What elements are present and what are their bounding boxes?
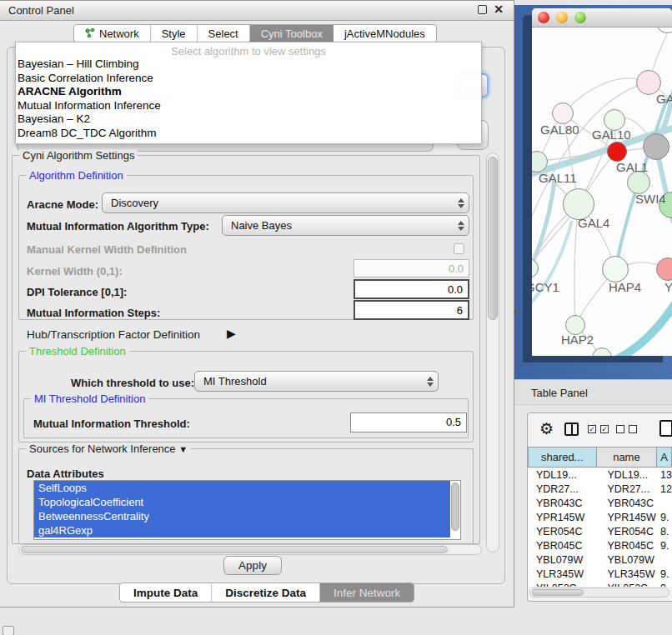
- tab-jactivemnodules[interactable]: jActiveMNodules: [333, 25, 436, 42]
- network-view-window: GAL GAL80 GAL10 GAL1 GAL11 GAL4 SWI4 GCY…: [532, 8, 672, 356]
- table-row[interactable]: YLR345WYLR345W9.: [528, 568, 672, 582]
- checkbox-unchecked-icon[interactable]: [629, 425, 637, 433]
- table-horizontal-scrollbar[interactable]: [529, 588, 669, 598]
- table-panel-window: ⚙ ✓ ✓ shared... name A YDL19...YDL19...1…: [527, 412, 672, 602]
- table-row[interactable]: YER054CYER054C8.: [528, 525, 672, 539]
- combo-stepper-icon: [454, 193, 469, 212]
- settings-horizontal-scrollbar-thumb[interactable]: [21, 546, 448, 553]
- tab-jactivemnodules-label: jActiveMNodules: [344, 28, 425, 40]
- mi-algorithm-type-value: Naive Bayes: [223, 219, 454, 232]
- checkbox-unchecked-icon[interactable]: [616, 425, 624, 433]
- dock-panel-icon[interactable]: [3, 626, 14, 635]
- node-gal1-red[interactable]: [607, 142, 627, 162]
- which-threshold-combo[interactable]: MI Threshold: [194, 371, 439, 392]
- table-rows[interactable]: YDL19...YDL19...13 YDR27...YDR27...12 YB…: [528, 468, 672, 587]
- tab-discretize-data[interactable]: Discretize Data: [212, 583, 320, 602]
- apply-button[interactable]: Apply: [223, 556, 282, 575]
- node-gal80[interactable]: [552, 102, 574, 124]
- tab-network-label: Network: [99, 28, 139, 40]
- algorithm-option[interactable]: Bayesian – Hill Climbing: [16, 58, 481, 72]
- columns-icon[interactable]: [564, 422, 579, 436]
- mac-zoom-icon[interactable]: [574, 12, 586, 23]
- node-gray[interactable]: [643, 133, 669, 160]
- tab-select[interactable]: Select: [198, 25, 250, 42]
- table-row[interactable]: YDL19...YDL19...13: [528, 468, 672, 482]
- gear-icon[interactable]: ⚙: [539, 419, 554, 438]
- tab-impute-data[interactable]: Impute Data: [120, 583, 212, 602]
- tab-cyni-toolbox[interactable]: Cyni Toolbox: [250, 25, 333, 42]
- algorithm-option[interactable]: Mutual Information Inference: [16, 99, 481, 113]
- table-panel-title: Table Panel: [531, 387, 588, 399]
- mac-close-icon[interactable]: [538, 12, 549, 23]
- algorithm-option[interactable]: Dream8 DC_TDC Algorithm: [16, 127, 481, 141]
- settings-vertical-scrollbar-thumb[interactable]: [488, 157, 498, 320]
- table-row[interactable]: YBR043CYBR043C: [528, 497, 672, 511]
- tab-style[interactable]: Style: [151, 25, 198, 42]
- dpi-tolerance-label: DPI Tolerance [0,1]:: [27, 286, 127, 298]
- column-header-cut[interactable]: A: [657, 447, 672, 468]
- network-icon: [85, 28, 95, 41]
- column-header-shared[interactable]: shared...: [528, 447, 597, 468]
- tab-infer-network[interactable]: Infer Network: [320, 583, 414, 602]
- node-label-gal7: GAL: [656, 92, 672, 106]
- mi-algorithm-type-label: Mutual Information Algorithm Type:: [27, 220, 209, 232]
- kernel-width-field[interactable]: 0.0: [354, 259, 469, 278]
- float-window-icon[interactable]: [478, 5, 487, 14]
- manual-kernel-width-label: Manual Kernel Width Definition: [27, 243, 187, 256]
- mi-threshold-label: Mutual Information Threshold:: [33, 418, 190, 430]
- document-icon[interactable]: [659, 420, 672, 437]
- node-label-hap4: HAP4: [609, 280, 641, 294]
- algorithm-option-selected[interactable]: ARACNE Algorithm: [16, 85, 481, 99]
- control-panel-window: Control Panel ✕ Network Style Select Cyn…: [0, 0, 514, 608]
- settings-horizontal-scrollbar[interactable]: [18, 544, 482, 555]
- manual-kernel-width-checkbox[interactable]: [454, 243, 464, 254]
- table-row[interactable]: YBR045CYBR045C9.: [528, 539, 672, 553]
- attr-list-scrollbar[interactable]: [451, 482, 459, 531]
- which-threshold-value: MI Threshold: [195, 375, 423, 388]
- control-panel-title: Control Panel: [8, 4, 74, 17]
- algorithm-popup: Select algorithm to view settings Bayesi…: [15, 42, 482, 144]
- checkbox-checked-icon[interactable]: ✓: [600, 425, 609, 433]
- tab-select-label: Select: [208, 28, 238, 40]
- attr-item-selected[interactable]: TopologicalCoefficient: [34, 495, 450, 509]
- attr-item-selected[interactable]: gal4RGexp: [34, 523, 450, 538]
- table-toolbar: ⚙ ✓ ✓: [528, 413, 672, 446]
- dpi-tolerance-field[interactable]: 0.0: [354, 279, 469, 299]
- which-threshold-label: Which threshold to use:: [71, 377, 194, 389]
- algorithm-option[interactable]: Basic Correlation Inference: [16, 72, 481, 86]
- node-label-swi4: SWI4: [635, 192, 666, 206]
- algorithm-option[interactable]: Bayesian – K2: [16, 112, 481, 127]
- table-row[interactable]: YDR27...YDR27...12: [528, 482, 672, 497]
- table-row[interactable]: YIL052CYIL052C9.: [528, 582, 672, 587]
- table-horizontal-scrollbar-thumb[interactable]: [532, 589, 584, 596]
- mac-minimize-icon[interactable]: [556, 12, 568, 23]
- table-row[interactable]: YBL079WYBL079W: [528, 553, 672, 568]
- network-canvas[interactable]: GAL GAL80 GAL10 GAL1 GAL11 GAL4 SWI4 GCY…: [532, 28, 672, 356]
- tab-network[interactable]: Network: [74, 25, 151, 42]
- checkbox-checked-icon[interactable]: ✓: [588, 425, 596, 433]
- sources-title-text: Sources for Network Inference: [29, 442, 176, 455]
- node-label-gal1: GAL1: [616, 160, 648, 174]
- node-swi4[interactable]: [627, 171, 650, 194]
- settings-vertical-scrollbar[interactable]: [486, 152, 499, 552]
- close-icon[interactable]: ✕: [494, 2, 504, 16]
- algorithm-popup-placeholder: Select algorithm to view settings: [16, 42, 481, 58]
- sources-collapse-arrow-icon[interactable]: ▼: [178, 444, 188, 454]
- node-label-y: Y: [664, 280, 672, 294]
- data-attributes-label: Data Attributes: [27, 468, 104, 480]
- aracne-mode-combo[interactable]: Discovery: [102, 192, 469, 213]
- mi-threshold-field[interactable]: 0.5: [350, 412, 467, 432]
- mi-algorithm-type-combo[interactable]: Naive Bayes: [222, 215, 469, 236]
- data-attributes-list[interactable]: SelfLoops TopologicalCoefficient Between…: [33, 480, 461, 540]
- table-row[interactable]: YPR145WYPR145W9.: [528, 511, 672, 525]
- column-header-name[interactable]: name: [597, 447, 658, 468]
- attr-item-selected[interactable]: SelfLoops: [34, 481, 450, 495]
- tab-cyni-toolbox-label: Cyni Toolbox: [261, 28, 323, 40]
- sources-title: Sources for Network Inference ▼: [26, 442, 191, 455]
- kernel-width-label: Kernel Width (0,1):: [27, 265, 123, 278]
- bottom-tabbar: Impute Data Discretize Data Infer Networ…: [119, 582, 414, 602]
- hub-expand-arrow-icon[interactable]: ▶: [227, 327, 236, 340]
- node-hap4[interactable]: [602, 256, 629, 282]
- attr-item-selected[interactable]: BetweennessCentrality: [34, 509, 450, 523]
- mi-steps-field[interactable]: 6: [354, 300, 469, 320]
